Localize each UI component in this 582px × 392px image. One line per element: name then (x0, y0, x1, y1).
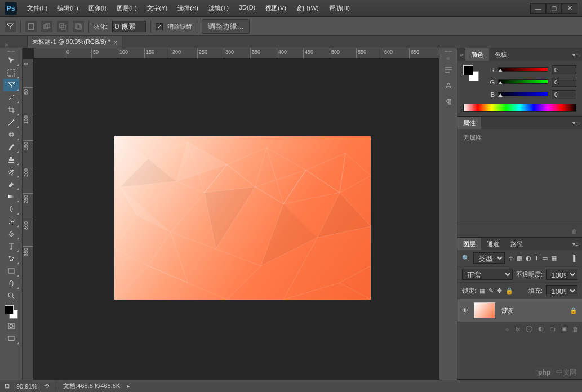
new-layer-icon[interactable]: ▣ (561, 325, 567, 332)
visibility-icon[interactable]: 👁 (462, 307, 468, 314)
tab-expand-icon[interactable]: » (5, 41, 8, 48)
status-sync-icon[interactable]: ⟲ (44, 382, 49, 390)
r-slider[interactable] (498, 67, 548, 73)
eyedropper-tool-icon[interactable] (3, 116, 19, 128)
intersect-selection-icon[interactable] (73, 21, 84, 32)
eraser-tool-icon[interactable] (3, 178, 19, 190)
lock-trans-icon[interactable]: ▦ (479, 287, 485, 295)
canvas-area[interactable]: 050100150200250300350400450500550600650 … (23, 48, 439, 380)
tool-preset-picker[interactable] (5, 21, 16, 32)
menu-file[interactable]: 文件(F) (23, 2, 52, 15)
brush-tool-icon[interactable] (3, 141, 19, 153)
panel-menu-icon[interactable]: ▾≡ (572, 120, 579, 126)
type-tool-icon[interactable] (3, 240, 19, 252)
filter-kind-select[interactable]: 类型 (473, 252, 505, 264)
pen-tool-icon[interactable] (3, 228, 19, 240)
g-slider[interactable] (498, 79, 548, 85)
marquee-tool-icon[interactable] (3, 66, 19, 79)
menu-type[interactable]: 文字(Y) (143, 2, 172, 15)
delete-layer-icon[interactable]: 🗑 (572, 326, 579, 332)
layer-thumbnail[interactable] (474, 302, 495, 318)
menu-3d[interactable]: 3D(D) (234, 2, 260, 15)
adjustment-icon[interactable]: ◐ (538, 325, 544, 332)
character-panel-icon[interactable] (442, 79, 455, 93)
lock-paint-icon[interactable]: ✎ (488, 287, 494, 295)
path-select-tool-icon[interactable] (3, 252, 19, 265)
lock-all-icon[interactable]: 🔒 (505, 287, 513, 295)
feather-input[interactable] (112, 21, 146, 32)
fill-select[interactable]: 100% (546, 285, 577, 296)
screenmode-icon[interactable] (3, 332, 19, 345)
refine-edge-button[interactable]: 调整边缘... (202, 19, 250, 34)
new-selection-icon[interactable] (25, 21, 37, 32)
filter-shape-icon[interactable]: ▭ (542, 255, 548, 262)
menu-window[interactable]: 窗口(W) (292, 2, 323, 15)
layer-row[interactable]: 👁 背景 🔒 (457, 299, 582, 322)
lock-move-icon[interactable]: ✥ (497, 287, 502, 295)
menu-edit[interactable]: 编辑(E) (53, 2, 83, 15)
status-expand-icon[interactable]: ⊞ (5, 382, 10, 390)
layer-name[interactable]: 背景 (501, 306, 564, 315)
healing-tool-icon[interactable] (3, 128, 19, 141)
mask-icon[interactable]: ◯ (526, 325, 532, 332)
magic-wand-tool-icon[interactable] (3, 91, 19, 104)
move-tool-icon[interactable] (3, 54, 19, 66)
menu-help[interactable]: 帮助(H) (325, 2, 354, 15)
vertical-ruler[interactable]: 050100150200250300350 (23, 59, 34, 380)
color-tab[interactable]: 颜色 (465, 48, 489, 61)
link-layers-icon[interactable]: ⟐ (505, 326, 509, 332)
minimize-button[interactable]: — (530, 3, 546, 14)
filter-type-icon[interactable]: T (535, 255, 539, 261)
color-swatches[interactable] (3, 304, 19, 320)
panel-menu-icon[interactable]: ▾≡ (572, 52, 579, 58)
maximize-button[interactable]: ▢ (546, 3, 562, 14)
add-selection-icon[interactable] (41, 21, 52, 32)
filter-pixel-icon[interactable]: ▩ (517, 255, 522, 262)
g-value[interactable] (552, 78, 576, 87)
fx-icon[interactable]: fx (515, 326, 520, 332)
panel-menu-icon[interactable]: ▾≡ (572, 241, 579, 247)
color-spectrum[interactable] (463, 104, 576, 112)
paths-tab[interactable]: 路径 (505, 238, 528, 250)
horizontal-ruler[interactable]: 050100150200250300350400450500550600650 (34, 48, 439, 59)
hand-tool-icon[interactable] (3, 277, 19, 289)
menu-filter[interactable]: 滤镜(T) (204, 2, 233, 15)
shape-tool-icon[interactable] (3, 265, 19, 277)
zoom-level[interactable]: 90.91% (16, 383, 37, 390)
blend-mode-select[interactable]: 正常 (462, 269, 513, 280)
trash-icon[interactable]: 🗑 (571, 228, 577, 235)
menu-image[interactable]: 图像(I) (84, 2, 111, 15)
antialias-checkbox[interactable]: ✓ (156, 23, 163, 30)
close-button[interactable]: ✕ (562, 3, 577, 14)
paragraph-panel-icon[interactable] (442, 64, 455, 77)
status-menu-icon[interactable]: ▸ (127, 382, 130, 390)
doc-size[interactable]: 文档:468.8 K/468.8K (63, 382, 120, 390)
document-tab[interactable]: 未标题-1 @ 90.9%(RGB/8) * × (27, 35, 122, 48)
menu-select[interactable]: 选择(S) (173, 2, 203, 15)
document-canvas[interactable] (114, 136, 371, 300)
dock-collapse-icon[interactable]: « (447, 55, 450, 61)
swatches-tab[interactable]: 色板 (489, 48, 513, 61)
stamp-tool-icon[interactable] (3, 153, 19, 166)
zoom-tool-icon[interactable] (3, 289, 19, 302)
b-value[interactable] (552, 90, 576, 99)
dodge-tool-icon[interactable] (3, 215, 19, 228)
paragraph2-panel-icon[interactable] (442, 95, 455, 109)
foreground-color[interactable] (5, 305, 14, 314)
layers-tab[interactable]: 图层 (457, 238, 481, 250)
color-swatch-pair[interactable] (463, 65, 479, 81)
group-icon[interactable]: 🗀 (549, 326, 556, 332)
quickmask-icon[interactable] (3, 320, 19, 332)
filter-search-icon[interactable]: 🔍 (462, 255, 470, 262)
menu-layer[interactable]: 图层(L) (112, 2, 141, 15)
opacity-select[interactable]: 100% (546, 269, 577, 280)
filter-smart-icon[interactable]: ▦ (551, 255, 557, 262)
channels-tab[interactable]: 通道 (481, 238, 505, 250)
filter-adjust-icon[interactable]: ◐ (526, 255, 531, 262)
blur-tool-icon[interactable] (3, 203, 19, 215)
crop-tool-icon[interactable] (3, 104, 19, 116)
gradient-tool-icon[interactable] (3, 190, 19, 203)
filter-toggle[interactable]: ▌ (573, 255, 577, 261)
properties-tab[interactable]: 属性 (457, 117, 481, 129)
r-value[interactable] (552, 65, 576, 74)
